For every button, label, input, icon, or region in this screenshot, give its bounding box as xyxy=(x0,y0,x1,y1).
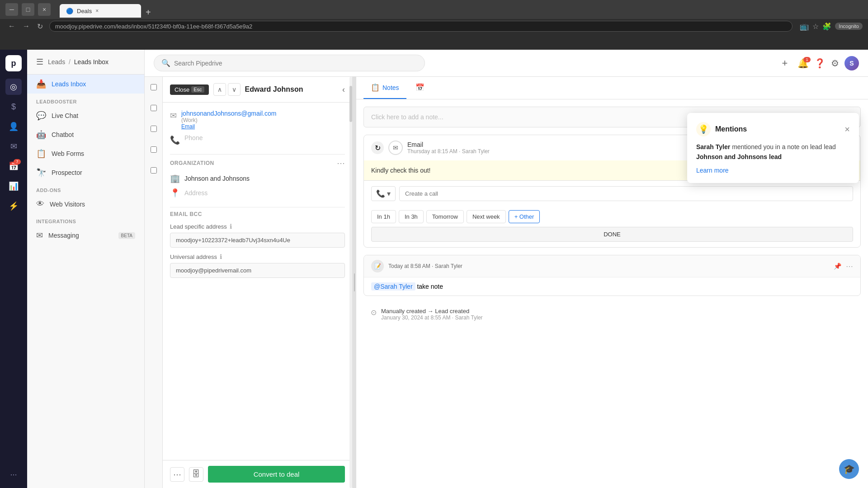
notifications-button[interactable]: 🔔 1 xyxy=(797,58,809,69)
rail-icon-automation[interactable]: ⚡ xyxy=(5,198,22,214)
tab-close-icon[interactable]: × xyxy=(95,8,99,14)
more-dots-icon: ⋯ xyxy=(173,469,181,479)
time-btn-3h[interactable]: In 3h xyxy=(399,210,424,223)
sidebar-item-web-forms[interactable]: 📋 Web Forms xyxy=(27,144,144,163)
bcc-section-title: EMAIL BCC xyxy=(170,211,345,217)
close-label: Close xyxy=(175,86,189,93)
panel-prev-button[interactable]: ∧ xyxy=(213,83,226,96)
collapse-panel-button[interactable]: ‹ xyxy=(342,85,345,94)
org-address-placeholder[interactable]: Address xyxy=(184,189,208,197)
sidebar-item-chatbot[interactable]: 🤖 Chatbot xyxy=(27,125,144,144)
minimize-button[interactable]: ─ xyxy=(5,3,18,16)
sidebar-item-messaging[interactable]: ✉ Messaging BETA xyxy=(27,226,144,245)
panel-next-button[interactable]: ∨ xyxy=(228,83,241,96)
bookmark-icon[interactable]: ☆ xyxy=(812,22,819,31)
maximize-button[interactable]: □ xyxy=(22,3,34,16)
rail-icon-reports[interactable]: 📊 xyxy=(5,178,22,194)
email-sub-label[interactable]: Email xyxy=(181,123,276,130)
bcc-universal-input[interactable] xyxy=(170,263,345,278)
note-more-button[interactable]: ⋯ xyxy=(846,262,853,271)
time-btn-1h[interactable]: In 1h xyxy=(371,210,396,223)
panel-resize-handle[interactable] xyxy=(353,77,356,488)
done-button[interactable]: DONE xyxy=(371,227,853,242)
rail-icon-mail[interactable]: ✉ xyxy=(5,138,22,155)
phone-call-icon: 📞 xyxy=(376,189,385,198)
mentions-lead-name: Johnson and Johnsons lead xyxy=(696,153,782,160)
time-btn-other[interactable]: + Other xyxy=(509,210,540,223)
sidebar-menu-icon[interactable]: ☰ xyxy=(36,57,43,67)
lead-checkbox-3[interactable] xyxy=(151,126,157,132)
lead-checkbox-2[interactable] xyxy=(151,105,157,111)
back-button[interactable]: ← xyxy=(5,21,18,32)
close-button[interactable]: × xyxy=(38,3,51,16)
footer-archive-button[interactable]: 🗄 xyxy=(189,467,203,482)
lead-checkbox-1[interactable] xyxy=(151,84,157,90)
footer-more-button[interactable]: ⋯ xyxy=(170,467,184,482)
sidebar-item-web-visitors[interactable]: 👁 Web Visitors xyxy=(27,195,144,213)
settings-button[interactable]: ⚙ xyxy=(831,58,839,69)
prospector-label: Prospector xyxy=(52,169,82,176)
note-avatar: 📝 xyxy=(371,260,384,272)
refresh-button[interactable]: ↻ xyxy=(34,21,46,32)
panel-scrollbar-track[interactable] xyxy=(349,77,352,488)
right-panel-tabs: 📋 Notes 📅 xyxy=(356,77,868,99)
more-icon: ··· xyxy=(10,470,17,479)
user-avatar[interactable]: S xyxy=(844,56,859,70)
rail-icon-leads[interactable]: ◎ xyxy=(5,79,22,95)
live-chat-label: Live Chat xyxy=(52,112,78,119)
sidebar-item-leads-inbox[interactable]: 📥 Leads Inbox xyxy=(27,75,144,94)
new-tab-button[interactable]: + xyxy=(142,7,155,18)
call-phone-button[interactable]: 📞 ▾ xyxy=(371,186,396,201)
rail-icon-more[interactable]: ··· xyxy=(5,466,22,483)
web-visitors-icon: 👁 xyxy=(36,199,44,209)
lead-checkbox-4[interactable] xyxy=(151,146,157,153)
active-tab[interactable]: 🔵 Deals × xyxy=(60,4,141,18)
phone-placeholder[interactable]: Phone xyxy=(184,134,203,141)
time-btn-tomorrow[interactable]: Tomorrow xyxy=(426,210,464,223)
sidebar-leads-inbox-label: Leads Inbox xyxy=(52,80,86,88)
main-search-bar[interactable]: 🔍 xyxy=(154,55,425,71)
prospector-icon: 🔭 xyxy=(36,168,46,178)
call-create-input[interactable] xyxy=(399,186,853,201)
call-dropdown-icon: ▾ xyxy=(387,189,391,198)
note-pin-button[interactable]: 📌 xyxy=(834,263,841,270)
web-forms-icon: 📋 xyxy=(36,149,46,159)
notes-tab-label: Notes xyxy=(382,84,399,91)
messaging-icon: ✉ xyxy=(36,230,43,240)
org-more-button[interactable]: ⋯ xyxy=(337,158,345,168)
mentions-learn-more-link[interactable]: Learn more xyxy=(696,167,850,174)
mentions-icon: 💡 xyxy=(696,122,711,136)
close-panel-button[interactable]: Close Esc xyxy=(170,84,209,95)
web-visitors-label: Web Visitors xyxy=(50,201,85,208)
tab-notes[interactable]: 📋 Notes xyxy=(363,77,406,99)
add-button[interactable]: + xyxy=(778,56,792,70)
sidebar-item-prospector[interactable]: 🔭 Prospector xyxy=(27,163,144,182)
tab-activities[interactable]: 📅 xyxy=(408,77,432,99)
bcc-lead-input[interactable] xyxy=(170,233,345,248)
activity-refresh-icon[interactable]: ↻ xyxy=(371,141,384,154)
panel-scrollbar-thumb[interactable] xyxy=(349,86,352,122)
time-btn-next-week[interactable]: Next week xyxy=(467,210,506,223)
lead-checkbox-5[interactable] xyxy=(151,167,157,174)
extension-icon[interactable]: 🧩 xyxy=(822,22,831,31)
forward-button[interactable]: → xyxy=(20,21,33,32)
rail-icon-contacts[interactable]: 👤 xyxy=(5,118,22,135)
lead-name: Edward Johnson xyxy=(245,85,338,94)
note-card-header: 📝 Today at 8:58 AM · Sarah Tyler 📌 ⋯ xyxy=(364,255,860,277)
reports-icon: 📊 xyxy=(9,181,19,191)
contact-email-link[interactable]: johnsonandJohnsons@gmail.com xyxy=(181,110,276,117)
mentions-close-button[interactable]: × xyxy=(844,124,850,135)
sidebar-item-live-chat[interactable]: 💬 Live Chat xyxy=(27,106,144,125)
cast-icon[interactable]: 📺 xyxy=(800,22,809,31)
breadcrumb-root[interactable]: Leads xyxy=(48,58,65,66)
help-chat-button[interactable]: 🎓 xyxy=(839,459,859,479)
help-button[interactable]: ❓ xyxy=(814,58,826,69)
convert-to-deal-button[interactable]: Convert to deal xyxy=(208,466,345,483)
url-input[interactable]: moodjoy.pipedrive.com/leads/inbox/51f234… xyxy=(49,21,793,32)
chatbot-icon: 🤖 xyxy=(36,130,46,140)
note-meta: Today at 8:58 AM · Sarah Tyler xyxy=(388,263,829,269)
app-logo[interactable]: p xyxy=(5,55,22,71)
rail-icon-calendar[interactable]: 📅 7 xyxy=(5,158,22,174)
search-input[interactable] xyxy=(174,60,417,67)
rail-icon-deals[interactable]: $ xyxy=(5,99,22,115)
